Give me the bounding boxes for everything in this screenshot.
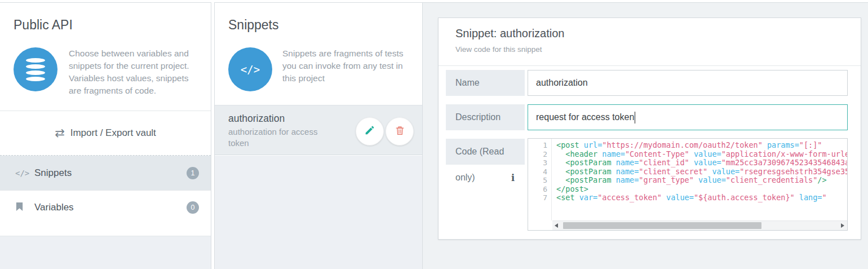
page-title: Public API	[14, 17, 197, 33]
description-label: Description	[446, 104, 525, 130]
code-label: Code (Read only)	[446, 139, 513, 191]
card-header: Snippet: authorization View code for thi…	[439, 18, 861, 66]
public-api-panel: Public API Choose between variables and …	[0, 2, 211, 269]
snippet-list-item[interactable]: authorization authorization for access t…	[215, 105, 422, 155]
trash-icon	[395, 125, 405, 138]
name-input[interactable]: authorization	[528, 70, 848, 96]
detail-title: Snippet: authorization	[455, 27, 861, 40]
info-icon[interactable]: i	[511, 173, 515, 183]
import-export-label: Import / Export vault	[70, 127, 156, 139]
code-viewport[interactable]: <post url="https://mydomain.com/oauth2/t…	[552, 139, 847, 221]
import-export-vault-button[interactable]: ⇄ Import / Export vault	[0, 111, 211, 155]
snippet-detail-card: Snippet: authorization View code for thi…	[438, 17, 861, 240]
swap-arrows-icon: ⇄	[55, 126, 65, 140]
vault-page: Public API Choose between variables and …	[0, 0, 868, 269]
sidebar-item-label: Variables	[34, 202, 187, 213]
sidebar-item-snippets[interactable]: </> Snippets 1	[0, 156, 211, 190]
code-snippet-icon: </>	[228, 47, 272, 91]
pencil-icon	[364, 125, 375, 138]
scroll-left-arrow[interactable]	[552, 221, 562, 230]
snippets-panel-title: Snippets	[228, 17, 409, 33]
detail-region: Snippet: authorization View code for thi…	[423, 2, 868, 269]
code-content: <post url="https://mydomain.com/oauth2/t…	[552, 139, 847, 202]
code-editor[interactable]: 1234567 <post url="https://mydomain.com/…	[528, 138, 848, 231]
delete-snippet-button[interactable]	[386, 117, 414, 145]
scroll-right-arrow[interactable]	[837, 221, 847, 230]
snippets-count-badge: 1	[187, 167, 199, 179]
edit-snippet-button[interactable]	[356, 117, 384, 145]
horizontal-scrollbar[interactable]	[552, 221, 847, 230]
line-numbers: 1234567	[528, 139, 552, 221]
database-icon	[14, 47, 57, 91]
snippets-panel: Snippets </> Snippets are fragments of t…	[214, 2, 423, 269]
snippet-item-subtitle: authorization for access token	[228, 126, 333, 149]
text-cursor	[635, 112, 635, 124]
bookmark-icon	[15, 202, 32, 213]
name-label: Name	[446, 70, 525, 96]
description-value: request for access token	[536, 112, 634, 122]
scrollbar-thumb[interactable]	[563, 222, 761, 229]
name-value: authorization	[536, 78, 588, 88]
panel-description: Snippets are fragments of tests you can …	[282, 47, 409, 91]
panel-empty-area	[0, 236, 211, 269]
code-icon: </>	[15, 169, 32, 178]
list-empty-area	[215, 156, 422, 269]
sidebar-item-variables[interactable]: Variables 0	[0, 190, 211, 224]
description-input[interactable]: request for access token	[528, 104, 848, 130]
code-label-cell: Code (Read only) i	[446, 139, 525, 212]
detail-subtitle: View code for this snippet	[455, 45, 861, 54]
panel-description: Choose between variables and snippets fo…	[69, 47, 197, 97]
variables-count-badge: 0	[187, 201, 199, 214]
sidebar-item-label: Snippets	[34, 167, 187, 179]
